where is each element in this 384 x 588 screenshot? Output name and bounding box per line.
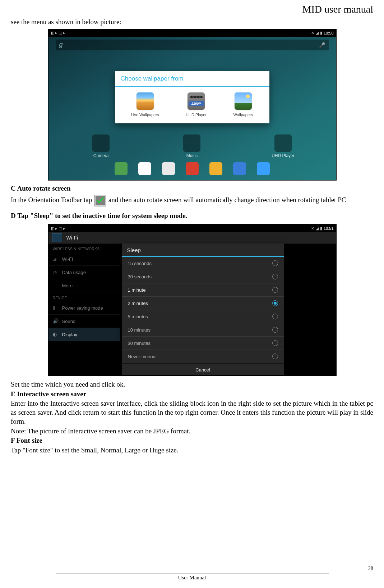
wallpaper-option-uhd[interactable]: UHD Player (186, 92, 207, 117)
wallpaper-option-live[interactable]: Live Wallpapers (131, 92, 159, 117)
page-footer: 28 User Manual (11, 566, 373, 581)
section-c-text-after: and then auto rotate screen will automat… (108, 196, 346, 204)
option-label: 30 seconds (128, 274, 152, 279)
sidebar-item-label: Data usage (62, 270, 86, 275)
mic-icon[interactable]: 🎤 (319, 42, 325, 48)
option-label: 1 minute (128, 287, 146, 293)
sidebar-item-power-saving[interactable]: ▮ Power saving mode (48, 301, 120, 315)
wifi-icon: ◢ (316, 31, 319, 35)
section-c-body: In the Orientation Toolbar tap and then … (11, 195, 373, 206)
live-wallpapers-icon (137, 92, 154, 110)
battery-icon: ▮ (320, 31, 322, 35)
dock-icon[interactable] (162, 162, 175, 175)
dialog-title: Choose wallpaper from (115, 71, 269, 86)
radio-icon (272, 260, 278, 266)
sidebar-item-wifi[interactable]: ◢ Wi-Fi (48, 252, 120, 266)
dock-icon[interactable] (186, 162, 199, 175)
settings-header-title: Wi-Fi (66, 235, 78, 241)
option-label: 15 seconds (128, 261, 152, 266)
sleep-option-5m[interactable]: 5 minutes (122, 310, 284, 323)
option-label: Live Wallpapers (131, 113, 159, 117)
dock-icon[interactable] (115, 162, 128, 175)
section-e-note: Note: The picture of Interactive screen … (11, 427, 373, 436)
footer-rule (56, 574, 329, 574)
sleep-option-15s[interactable]: 15 seconds (122, 257, 284, 270)
dock-icon[interactable] (209, 162, 222, 175)
sidebar-item-data-usage[interactable]: ◔ Data usage (48, 266, 120, 279)
app-uhd-player[interactable]: UHD Player (263, 135, 303, 158)
sidebar-item-label: Display (62, 332, 78, 337)
dock (48, 161, 336, 176)
section-e-heading: E Interactive screen saver (11, 390, 373, 399)
status-time: 10:50 (324, 31, 334, 35)
section-f-heading: F Font size (11, 436, 373, 445)
app-music[interactable]: Music (172, 135, 212, 158)
sleep-dialog: Sleep 15 seconds 30 seconds 1 minute 2 m… (122, 243, 284, 375)
dock-icon[interactable] (233, 162, 246, 175)
choose-wallpaper-dialog: Choose wallpaper from Live Wallpapers UH… (115, 71, 269, 123)
sidebar-item-sound[interactable]: 🔊 Sound (48, 315, 120, 328)
screenshot-sleep-settings: ◧ ▸ ▢ ▸ ✕ ◢ ▮ 10:51 Wi-Fi WIRELESS & NET… (48, 224, 337, 376)
option-label: 30 minutes (128, 341, 151, 346)
checkbox-icon (94, 195, 106, 206)
footer-label: User Manual (11, 575, 373, 581)
sidebar-section-wireless: WIRELESS & NETWORKS (48, 243, 120, 252)
sidebar-item-more[interactable]: More… (48, 279, 120, 292)
music-icon (183, 135, 200, 152)
status-time: 10:51 (324, 226, 334, 231)
sleep-option-never[interactable]: Never timeout (122, 350, 284, 363)
option-label: Never timeout (128, 354, 157, 359)
sleep-option-10m[interactable]: 10 minutes (122, 323, 284, 337)
option-label: 5 minutes (128, 314, 148, 319)
section-d-heading: D Tap "Sleep" to set the inactive time f… (11, 211, 373, 220)
back-icon[interactable] (52, 233, 62, 242)
sleep-option-2m[interactable]: 2 minutes (122, 297, 284, 310)
settings-header: Wi-Fi (48, 232, 336, 244)
data-icon: ◔ (53, 269, 59, 275)
status-bar: ◧ ▸ ▢ ▸ ✕ ◢ ▮ 10:50 (48, 29, 336, 37)
wallpaper-option-wallpapers[interactable]: Wallpapers (233, 92, 253, 117)
app-label: UHD Player (263, 153, 303, 158)
home-app-row: Camera Music UHD Player (56, 135, 329, 158)
radio-icon (272, 327, 278, 333)
radio-icon (272, 354, 278, 359)
app-label: Camera (81, 153, 121, 158)
wifi-icon: ◢ (53, 256, 59, 262)
status-left-icons: ◧ ▸ ▢ ▸ (51, 226, 65, 231)
status-left-icons: ◧ ▸ ▢ ▸ (51, 31, 65, 35)
section-c-heading: C Auto rotate screen (11, 184, 373, 193)
cancel-button[interactable]: Cancel (122, 363, 284, 375)
google-logo-icon: g (59, 41, 63, 49)
sidebar-item-label: Sound (62, 319, 76, 324)
sound-icon: 🔊 (53, 318, 59, 324)
option-label: Wallpapers (233, 113, 253, 117)
app-label: Music (172, 153, 212, 158)
status-bar: ◧ ▸ ▢ ▸ ✕ ◢ ▮ 10:51 (48, 225, 336, 232)
sleep-option-30s[interactable]: 30 seconds (122, 270, 284, 283)
sleep-option-1m[interactable]: 1 minute (122, 283, 284, 297)
app-camera[interactable]: Camera (81, 135, 121, 158)
mute-icon: ✕ (311, 226, 314, 231)
intro-text: see the menu as shown in below picture: (11, 18, 373, 27)
google-search-bar[interactable]: g 🎤 (56, 40, 329, 50)
dock-icon[interactable] (257, 162, 270, 175)
sidebar-item-display[interactable]: ◐ Display (48, 328, 120, 341)
sleep-option-30m[interactable]: 30 minutes (122, 337, 284, 350)
option-label: 10 minutes (128, 327, 151, 333)
uhd-player-icon (188, 92, 205, 110)
header-rule (11, 16, 373, 16)
wallpapers-icon (235, 92, 252, 110)
display-icon: ◐ (53, 332, 59, 337)
radio-icon (272, 340, 278, 346)
sidebar-item-label: More… (62, 283, 78, 288)
radio-icon (272, 314, 278, 319)
sidebar-item-label: Wi-Fi (62, 256, 73, 262)
settings-sidebar: WIRELESS & NETWORKS ◢ Wi-Fi ◔ Data usage… (48, 243, 120, 375)
page-number: 28 (11, 566, 373, 571)
section-c-text-before: In the Orientation Toolbar tap (11, 196, 92, 204)
radio-icon (272, 274, 278, 279)
battery-icon: ▮ (320, 226, 322, 231)
sidebar-section-device: DEVICE (48, 292, 120, 301)
section-e-body: Enter into the Interactive screen saver … (11, 399, 373, 426)
dock-icon[interactable] (138, 162, 151, 175)
